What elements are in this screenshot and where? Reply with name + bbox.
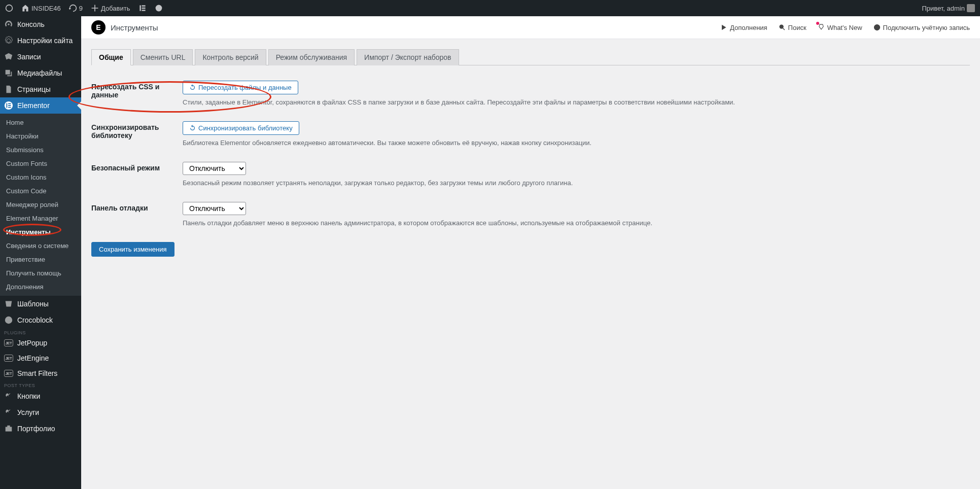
sidebar-item-elementor[interactable]: Elementor: [0, 97, 81, 114]
sidebar-item-pages[interactable]: Страницы: [0, 81, 81, 97]
jet-icon: JET: [4, 339, 13, 346]
admin-topbar: INSIDE46 9 Добавить Привет, admin: [0, 0, 980, 16]
sub-elementmanager[interactable]: Element Manager: [0, 212, 81, 225]
tab-replace-url[interactable]: Сменить URL: [133, 49, 193, 65]
elementor-submenu: Home Настройки Submissions Custom Fonts …: [0, 114, 81, 296]
regenerate-css-desc: Стили, заданные в Elementor, сохраняются…: [183, 98, 970, 106]
tab-import-export[interactable]: Импорт / Экспорт наборов: [357, 49, 459, 65]
sidebar-item-crocoblock[interactable]: Crocoblock: [0, 312, 81, 328]
sub-settings[interactable]: Настройки: [0, 129, 81, 143]
header-connect[interactable]: Подключить учётную запись: [873, 24, 970, 31]
sidebar-item-console[interactable]: Консоль: [0, 16, 81, 32]
sync-library-desc: Библиотека Elementor обновляется ежеднев…: [183, 139, 970, 147]
updates-count: 9: [79, 5, 83, 12]
elementor-logo-icon: E: [91, 20, 106, 34]
sidebar-item-smartfilters[interactable]: JETSmart Filters: [0, 366, 81, 381]
safe-mode-select[interactable]: Отключить: [183, 162, 246, 175]
sub-submissions[interactable]: Submissions: [0, 143, 81, 157]
sub-customcode[interactable]: Custom Code: [0, 184, 81, 198]
sub-customicons[interactable]: Custom Icons: [0, 170, 81, 184]
add-new-link[interactable]: Добавить: [91, 4, 130, 12]
svg-point-10: [780, 25, 783, 28]
tab-maintenance[interactable]: Режим обслуживания: [268, 49, 355, 65]
safe-mode-label: Безопасный режим: [91, 162, 183, 187]
jet-icon: JET: [4, 370, 13, 377]
svg-rect-3: [142, 10, 145, 11]
sidebar-item-services[interactable]: Услуги: [0, 404, 81, 421]
wp-logo[interactable]: [5, 4, 13, 12]
admin-sidebar: Консоль Настройки сайта Записи Медиафайл…: [0, 16, 81, 489]
settings-tabs: Общие Сменить URL Контроль версий Режим …: [91, 49, 970, 65]
plugins-separator: PLUGINS: [0, 328, 81, 335]
notification-dot-icon: [818, 23, 825, 32]
sidebar-item-portfolio[interactable]: Портфолио: [0, 421, 81, 437]
regenerate-css-label: Пересоздать CSS и данные: [91, 81, 183, 106]
svg-rect-1: [142, 5, 145, 6]
sub-sysinfo[interactable]: Сведения о системе: [0, 239, 81, 253]
posttypes-separator: POST TYPES: [0, 381, 81, 388]
sub-welcome[interactable]: Приветствие: [0, 253, 81, 266]
sidebar-item-templates[interactable]: Шаблоны: [0, 296, 81, 312]
sidebar-item-media[interactable]: Медиафайлы: [0, 65, 81, 81]
save-changes-button[interactable]: Сохранить изменения: [91, 242, 174, 257]
sidebar-item-jetengine[interactable]: JETJetEngine: [0, 351, 81, 366]
tab-version-control[interactable]: Контроль версий: [195, 49, 266, 65]
svg-rect-9: [8, 107, 11, 108]
sub-help[interactable]: Получить помощь: [0, 266, 81, 280]
sub-home[interactable]: Home: [0, 116, 81, 129]
svg-rect-8: [8, 105, 11, 106]
svg-rect-7: [8, 103, 11, 104]
user-greeting[interactable]: Привет, admin: [922, 4, 975, 12]
sidebar-item-buttons[interactable]: Кнопки: [0, 388, 81, 404]
main-content: E Инструменты Дополнения Поиск What's Ne…: [81, 16, 980, 489]
toolbar-icon[interactable]: [155, 4, 163, 12]
tab-general[interactable]: Общие: [91, 49, 131, 65]
avatar-icon: [967, 4, 975, 12]
sub-rolemanager[interactable]: Менеджер ролей: [0, 198, 81, 212]
debug-bar-select[interactable]: Отключить: [183, 202, 246, 215]
updates-link[interactable]: 9: [69, 4, 83, 12]
page-title: Инструменты: [111, 23, 158, 32]
svg-rect-0: [139, 5, 141, 11]
header-search[interactable]: Поиск: [779, 24, 807, 31]
sidebar-item-jetpopup[interactable]: JETJetPopup: [0, 335, 81, 351]
debug-bar-desc: Панель отладки добавляет меню в верхнюю …: [183, 219, 970, 227]
sidebar-item-posts[interactable]: Записи: [0, 49, 81, 65]
site-name: INSIDE46: [31, 5, 61, 12]
sub-tools[interactable]: Инструменты: [0, 225, 81, 239]
add-label: Добавить: [101, 5, 130, 12]
sync-library-label: Синхронизировать библиотеку: [91, 121, 183, 147]
sync-library-button[interactable]: Синхронизировать библиотеку: [183, 121, 299, 135]
svg-point-4: [155, 5, 162, 12]
header-addons[interactable]: Дополнения: [720, 24, 767, 31]
regenerate-css-button[interactable]: Пересоздать файлы и данные: [183, 81, 298, 94]
safe-mode-desc: Безопасный режим позволяет устранять неп…: [183, 179, 970, 187]
sub-addons[interactable]: Дополнения: [0, 280, 81, 294]
sub-customfonts[interactable]: Custom Fonts: [0, 157, 81, 170]
page-header: E Инструменты Дополнения Поиск What's Ne…: [81, 16, 980, 39]
header-whatsnew[interactable]: What's New: [818, 23, 862, 32]
sidebar-item-settings[interactable]: Настройки сайта: [0, 32, 81, 49]
debug-bar-label: Панель отладки: [91, 202, 183, 227]
jet-icon: JET: [4, 355, 13, 362]
svg-rect-6: [7, 103, 8, 108]
elementor-finder[interactable]: [138, 4, 147, 12]
site-link[interactable]: INSIDE46: [21, 4, 61, 12]
svg-rect-2: [142, 8, 145, 9]
